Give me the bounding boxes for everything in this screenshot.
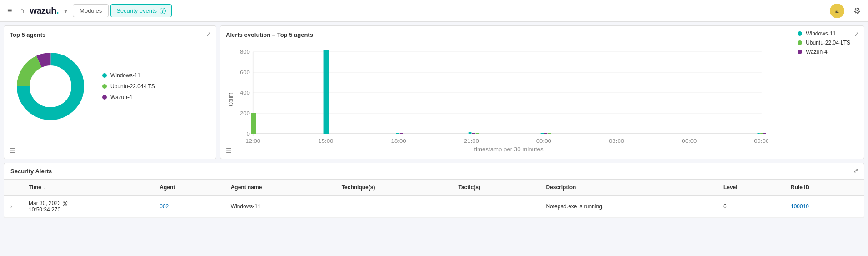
legend-item-ubuntu: Ubuntu-22.04-LTS — [102, 83, 155, 90]
svg-text:timestamp per 30 minutes: timestamp per 30 minutes — [474, 147, 543, 152]
security-events-button[interactable]: Security events i — [110, 4, 172, 17]
row-agent[interactable]: 002 — [153, 196, 224, 218]
legend-label-windows: Windows-11 — [110, 72, 140, 79]
th-level-label: Level — [723, 184, 738, 191]
legend-dot-windows — [102, 73, 107, 78]
legend-label-ubuntu: Ubuntu-22.04-LTS — [110, 83, 155, 90]
bar-21-wazuh — [472, 133, 475, 134]
bar-21-windows — [469, 132, 472, 134]
bar-21-ubuntu — [476, 133, 479, 134]
row-expand-icon[interactable]: › — [10, 203, 12, 210]
bar-legend-label-wazuh: Wazuh-4 — [806, 49, 828, 55]
svg-text:400: 400 — [240, 90, 250, 95]
avatar[interactable]: a — [830, 4, 844, 18]
bar-09-windows — [757, 133, 759, 134]
th-techniques: Technique(s) — [335, 180, 452, 196]
th-description: Description — [539, 180, 717, 196]
logo: wazuh. — [30, 5, 59, 16]
svg-text:800: 800 — [240, 50, 250, 55]
bar-legend-dot-windows — [798, 31, 802, 36]
svg-text:200: 200 — [240, 111, 250, 116]
settings-icon[interactable]: ⚙ — [852, 4, 863, 18]
th-tactics: Tactic(s) — [452, 180, 539, 196]
th-time: Time ↓ — [22, 180, 153, 196]
row-agent-name: Windows-11 — [224, 196, 335, 218]
th-description-label: Description — [546, 184, 576, 191]
bar-00-wazuh — [544, 133, 548, 134]
svg-text:0: 0 — [247, 131, 250, 136]
alerts-evolution-title: Alerts evolution – Top 5 agents — [226, 31, 858, 38]
bar-09-ubuntu — [760, 133, 763, 134]
row-expand-cell[interactable]: › — [4, 196, 22, 218]
bar-12-ubuntu — [251, 113, 256, 134]
legend-dot-ubuntu — [102, 84, 107, 89]
menu-icon[interactable]: ≡ — [5, 4, 14, 17]
th-rule-id: Rule ID — [784, 180, 864, 196]
th-rule-id-label: Rule ID — [791, 184, 809, 191]
legend-item-windows: Windows-11 — [102, 72, 155, 79]
sort-icon-time[interactable]: ↓ — [44, 185, 46, 190]
svg-text:15:00: 15:00 — [318, 139, 334, 144]
bar-18-wazuh — [400, 133, 403, 134]
bar-legend-dot-wazuh — [798, 50, 802, 54]
charts-row: Top 5 agents ⤢ Windows-11 — [4, 25, 864, 159]
donut-legend: Windows-11 Ubuntu-22.04-LTS Wazuh-4 — [102, 72, 155, 100]
bar-15-windows — [324, 50, 329, 134]
row-level: 6 — [717, 196, 784, 218]
alerts-evolution-panel: Alerts evolution – Top 5 agents ⤢ Window… — [220, 25, 864, 159]
bar-09-wazuh — [763, 133, 766, 134]
th-techniques-label: Technique(s) — [342, 184, 375, 191]
alerts-expand-icon[interactable]: ⤢ — [853, 167, 858, 174]
security-alerts-header: Security Alerts ⤢ — [4, 163, 864, 180]
row-rule-id-link[interactable]: 100010 — [791, 203, 809, 210]
alerts-expand-icon[interactable]: ⤢ — [854, 30, 859, 38]
bar-legend-wazuh: Wazuh-4 — [798, 49, 850, 55]
top5-expand-icon[interactable]: ⤢ — [206, 30, 211, 38]
th-agent-name-label: Agent name — [231, 184, 262, 191]
home-icon[interactable]: ⌂ — [18, 4, 26, 17]
table-row: › Mar 30, 2023 @10:50:34.270 002 Windows… — [4, 196, 864, 218]
y-axis-label: Count — [227, 93, 234, 106]
svg-text:03:00: 03:00 — [609, 139, 624, 144]
bar-legend-dot-ubuntu — [798, 40, 802, 45]
alerts-table: Time ↓ Agent Agent name Technique(s) Tac… — [4, 180, 864, 218]
logo-text: wazuh. — [30, 5, 59, 16]
row-rule-id[interactable]: 100010 — [784, 196, 864, 218]
alerts-legend-icon[interactable]: ☰ — [226, 147, 232, 154]
bar-legend-ubuntu: Ubuntu-22.04-LTS — [798, 40, 850, 46]
th-level: Level — [717, 180, 784, 196]
header-nav: Modules Security events i — [73, 4, 172, 17]
svg-text:21:00: 21:00 — [464, 139, 479, 144]
bar-chart-svg: Count 800 600 400 200 — [226, 47, 768, 152]
donut-container: Windows-11 Ubuntu-22.04-LTS Wazuh-4 — [10, 42, 210, 131]
donut-hole — [30, 66, 71, 107]
bar-chart-legend: Windows-11 Ubuntu-22.04-LTS Wazuh-4 — [798, 30, 850, 55]
row-description: Notepad.exe is running. — [539, 196, 717, 218]
bar-chart-wrapper: Count 800 600 400 200 — [226, 47, 768, 153]
info-icon[interactable]: i — [160, 8, 166, 14]
row-tactics — [452, 196, 539, 218]
svg-text:00:00: 00:00 — [536, 139, 552, 144]
svg-text:06:00: 06:00 — [682, 139, 697, 144]
th-agent-name: Agent name — [224, 180, 335, 196]
header: ≡ ⌂ wazuh. ▾ Modules Security events i a… — [0, 0, 868, 22]
svg-text:09:00: 09:00 — [754, 139, 768, 144]
top5-agents-title: Top 5 agents — [10, 31, 210, 38]
legend-label-wazuh: Wazuh-4 — [110, 94, 132, 100]
table-header-row: Time ↓ Agent Agent name Technique(s) Tac… — [4, 180, 864, 196]
bar-legend-windows: Windows-11 — [798, 30, 850, 37]
top5-legend-icon[interactable]: ☰ — [10, 147, 15, 154]
th-tactics-label: Tactic(s) — [458, 184, 480, 191]
bar-00-ubuntu — [548, 133, 551, 134]
bar-18-windows — [396, 133, 399, 134]
row-agent-link[interactable]: 002 — [160, 203, 169, 210]
modules-button[interactable]: Modules — [73, 4, 109, 17]
logo-chevron-icon[interactable]: ▾ — [64, 7, 67, 15]
security-events-label: Security events — [116, 7, 157, 14]
bar-legend-label-windows: Windows-11 — [806, 30, 836, 37]
th-agent-label: Agent — [160, 184, 175, 191]
th-expand — [4, 180, 22, 196]
svg-text:12:00: 12:00 — [245, 139, 261, 144]
legend-item-wazuh: Wazuh-4 — [102, 94, 155, 100]
th-agent: Agent — [153, 180, 224, 196]
